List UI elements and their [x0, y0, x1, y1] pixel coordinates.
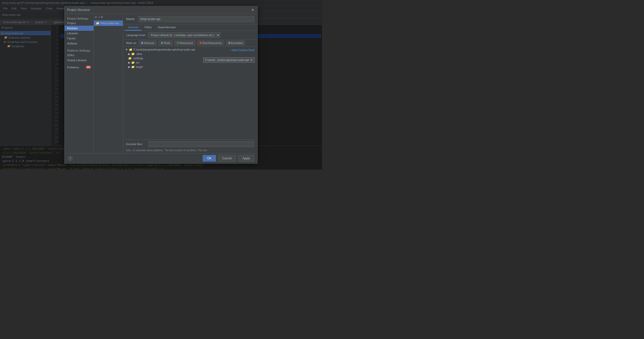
add-content-root-button[interactable]: + Add Content Root: [230, 49, 254, 52]
module-panel: + − ⎘ 📁 shop-tuoke-api: [94, 14, 123, 153]
mark-tests-button[interactable]: Tests: [159, 41, 173, 45]
mark-sources-label: Sources: [144, 41, 154, 44]
ok-button[interactable]: OK: [203, 155, 216, 162]
dialog-title: Project Structure: [67, 8, 90, 12]
project-structure-dialog: Project Structure ✕ Project Settings Pro…: [64, 6, 258, 164]
exclude-hint: Use ; to separate name patterns, * for a…: [123, 148, 257, 153]
platform-settings-label: Platform Settings: [65, 48, 94, 53]
sidebar-item-modules[interactable]: Modules: [65, 26, 94, 31]
name-row: Name:: [123, 14, 257, 24]
sidebar-item-artifacts[interactable]: Artifacts: [65, 41, 94, 46]
exclude-files-row: Exclude files:: [123, 140, 257, 148]
project-settings-label: Project Settings: [65, 16, 94, 21]
help-button[interactable]: ?: [68, 156, 73, 161]
tab-sources[interactable]: Sources: [125, 24, 141, 30]
language-level-row: Language level: Project default (8 - Lam…: [123, 31, 257, 40]
root-folder-label: F:\work\jiangnanfengran\tuoke-api\shop-t…: [134, 48, 195, 51]
module-item-label: shop-tuoke-api: [100, 22, 119, 25]
module-toolbar: + − ⎘: [94, 14, 123, 21]
idea-folder-label: .idea: [136, 52, 142, 55]
detail-tabs-row: Sources Paths Dependencies: [123, 24, 257, 31]
tests-dot: [161, 42, 163, 44]
resources-dot: [177, 42, 179, 44]
sources-dot: [141, 42, 143, 44]
module-item-shop-tuoke-api[interactable]: 📁 shop-tuoke-api: [94, 21, 123, 26]
test-resources-dot: [200, 42, 202, 44]
sidebar-item-global-libraries[interactable]: Global Libraries: [65, 58, 94, 63]
apply-button[interactable]: Apply: [238, 155, 254, 162]
folder-item-target[interactable]: ▶ 📁 target: [123, 65, 257, 69]
sidebar-item-sdks[interactable]: SDKs: [65, 53, 94, 58]
problems-row[interactable]: Problems 89: [65, 65, 94, 70]
mark-resources-button[interactable]: Resources: [174, 41, 195, 45]
exclude-label: Exclude files:: [126, 143, 147, 146]
folder-icon: 📁: [128, 57, 132, 60]
mark-tests-label: Tests: [164, 41, 170, 44]
cancel-button[interactable]: Cancel: [218, 155, 236, 162]
footer-right: OK Cancel Apply: [203, 155, 254, 162]
name-label: Name:: [126, 17, 136, 21]
path-tooltip: F:\work\...\tuoke-api\shop-tuoke-api ✕: [203, 57, 255, 63]
dialog-body: Project Settings Project Modules Librari…: [65, 14, 257, 153]
remove-module-button[interactable]: −: [98, 15, 100, 19]
copy-module-button[interactable]: ⎘: [101, 15, 103, 19]
src-folder-label: src: [136, 61, 140, 64]
exclude-files-input[interactable]: [149, 141, 254, 147]
chevron-right-icon: ▶: [128, 65, 130, 69]
folder-icon: 📁: [131, 52, 135, 56]
dialog-title-bar: Project Structure ✕: [65, 6, 257, 14]
settings-folder-label: .settings: [133, 57, 143, 60]
chevron-right-icon: ▶: [128, 61, 130, 64]
module-details: Name: Sources Paths Dependencies Languag…: [123, 14, 257, 153]
target-folder-label: target: [136, 65, 143, 68]
folder-icon: 📁: [131, 61, 135, 64]
path-tooltip-close[interactable]: ✕: [250, 58, 253, 62]
chevron-down-icon: ▼: [125, 48, 128, 51]
mark-as-row: Mark as: Sources Tests Resources: [123, 40, 257, 47]
chevron-right-icon: ▶: [128, 52, 130, 56]
mark-test-resources-label: Test Resources: [202, 41, 222, 44]
language-level-select[interactable]: Project default (8 - Lambdas, type annot…: [148, 32, 220, 38]
folder-tree: + Add Content Root F:\work\...\tuoke-api…: [123, 47, 257, 140]
mark-resources-label: Resources: [180, 41, 193, 44]
module-name-input[interactable]: [138, 16, 254, 22]
root-folder-icon: 📁: [129, 48, 133, 51]
dialog-close-button[interactable]: ✕: [251, 8, 255, 12]
mark-as-label: Mark as:: [126, 41, 137, 44]
dialog-footer: ? OK Cancel Apply: [65, 153, 257, 163]
footer-left: ?: [68, 156, 73, 161]
mark-sources-button[interactable]: Sources: [139, 41, 156, 45]
sidebar-item-libraries[interactable]: Libraries: [65, 31, 94, 36]
tab-paths[interactable]: Paths: [141, 24, 155, 30]
mark-test-resources-button[interactable]: Test Resources: [197, 41, 224, 45]
language-level-label: Language level:: [126, 34, 146, 37]
excluded-dot: [228, 42, 230, 44]
dialog-sidebar: Project Settings Project Modules Librari…: [65, 14, 94, 153]
mark-excluded-label: Excluded: [231, 41, 243, 44]
sidebar-item-facets[interactable]: Facets: [65, 36, 94, 41]
tab-dependencies[interactable]: Dependencies: [155, 24, 179, 30]
folder-item-idea[interactable]: ▶ 📁 .idea: [123, 52, 257, 56]
module-folder-icon: 📁: [96, 22, 99, 25]
modal-overlay: Project Structure ✕ Project Settings Pro…: [0, 0, 322, 170]
problems-label: Problems: [67, 66, 79, 69]
add-module-button[interactable]: +: [95, 15, 97, 19]
problems-count: 89: [86, 66, 91, 69]
folder-icon: 📁: [131, 65, 135, 69]
sidebar-item-project[interactable]: Project: [65, 21, 94, 26]
mark-excluded-button[interactable]: Excluded: [226, 41, 245, 45]
path-tooltip-text: F:\work\...\tuoke-api\shop-tuoke-api: [205, 58, 249, 61]
